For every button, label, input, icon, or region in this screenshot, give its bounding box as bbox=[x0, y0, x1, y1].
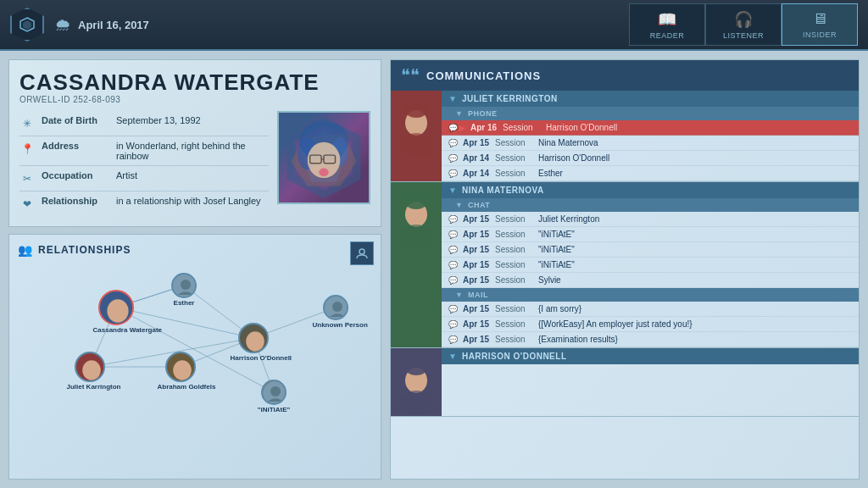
comm-name: {I am sorry} bbox=[538, 304, 581, 313]
reader-nav-icon: 📖 bbox=[658, 10, 676, 29]
rel-placeholder-unknown bbox=[325, 297, 348, 320]
profile-field-occupation: ✂ Occupation Artist bbox=[19, 166, 269, 191]
field-label: Date of Birth bbox=[42, 115, 109, 125]
top-bar: 🌧 April 16, 2017 📖 Reader 🎧 Listener 🖥 I… bbox=[0, 0, 868, 51]
communications-header: ❝❝ COMMUNICATIONS bbox=[391, 60, 859, 91]
nav-btn-listener[interactable]: 🎧 Listener bbox=[705, 3, 782, 46]
svg-point-31 bbox=[82, 360, 101, 380]
comm-date: Apr 16 bbox=[470, 123, 498, 132]
comm-row-icons: 💬 bbox=[448, 261, 458, 269]
rel-avatar-juliet bbox=[75, 352, 105, 382]
comm-row-icons: 💬 bbox=[448, 276, 458, 285]
comm-name: {[WorkEasy] An employer just rated you!} bbox=[538, 319, 693, 329]
logo bbox=[10, 8, 44, 42]
sub-section-chat-nina[interactable]: ▼ CHAT bbox=[442, 198, 859, 212]
comm-body[interactable]: ▼ JULIET KERRINGTON ▼ PHONE 💬 ▶ Apr 16 S… bbox=[391, 91, 859, 479]
comm-row[interactable]: 💬 Apr 15 Session {Examination results} bbox=[442, 332, 859, 347]
insider-nav-icon: 🖥 bbox=[812, 10, 827, 28]
comm-title: COMMUNICATIONS bbox=[426, 69, 541, 82]
comm-row[interactable]: 💬 Apr 15 Session {I am sorry} bbox=[442, 302, 859, 317]
comm-session: Session bbox=[495, 214, 533, 224]
comm-name: {Examination results} bbox=[538, 335, 618, 344]
person-name-juliet: JULIET KERRINGTON bbox=[462, 94, 558, 103]
person-name-nina: NINA MATERNOVA bbox=[462, 186, 544, 195]
profile-avatar bbox=[277, 111, 370, 204]
rel-avatar-abraham bbox=[165, 352, 196, 382]
comm-date: Apr 15 bbox=[463, 214, 490, 224]
person-arrow-harrison: ▼ bbox=[448, 352, 457, 361]
rel-node-cassandra[interactable]: Cassandra Watergate bbox=[98, 290, 134, 325]
comm-row-icons: 💬 bbox=[448, 215, 458, 224]
field-value: September 13, 1992 bbox=[116, 115, 201, 125]
nav-btn-reader[interactable]: 📖 Reader bbox=[629, 3, 705, 46]
comm-date: Apr 14 bbox=[463, 153, 490, 163]
comm-row-icons: 💬 bbox=[448, 169, 458, 178]
comm-icon-bubble: 💬 bbox=[448, 246, 458, 254]
profile-field-relationship: ❤ Relationship in a relationship with Jo… bbox=[19, 191, 269, 216]
rel-avatar-cassandra bbox=[98, 290, 134, 325]
comm-date: Apr 14 bbox=[463, 169, 490, 178]
sub-section-phone-juliet[interactable]: ▼ PHONE bbox=[442, 107, 859, 120]
nav-btn-insider[interactable]: 🖥 Insider bbox=[782, 3, 858, 46]
rel-node-harrison[interactable]: Harrison O'Donnell bbox=[238, 323, 269, 353]
comm-row[interactable]: 💬 Apr 15 Session Juliet Kerrington bbox=[442, 212, 859, 227]
comm-row[interactable]: 💬 Apr 15 Session "iNiTiAtE" bbox=[442, 258, 859, 273]
person-header-juliet[interactable]: ▼ JULIET KERRINGTON bbox=[442, 91, 859, 107]
comm-icon-bubble: 💬 bbox=[448, 169, 458, 178]
sub-section-mail-nina[interactable]: ▼ MAIL bbox=[442, 288, 859, 302]
rel-name-harrison: Harrison O'Donnell bbox=[231, 355, 277, 363]
comm-name: "iNiTiAtE" bbox=[538, 260, 575, 269]
person-avatar-juliet bbox=[391, 91, 442, 181]
rel-name-abraham: Abraham Goldfels bbox=[158, 384, 204, 391]
rel-name-esther: Esther bbox=[174, 300, 195, 308]
reader-nav-label: Reader bbox=[650, 31, 685, 40]
comm-row-icons: 💬 bbox=[448, 336, 458, 344]
comm-name: Harrison O'Donnell bbox=[546, 123, 617, 132]
person-section-harrison: ▼ HARRISON O'DONNELL bbox=[391, 348, 859, 417]
comm-name: Juliet Kerrington bbox=[538, 214, 599, 224]
svg-point-33 bbox=[173, 360, 192, 380]
comm-icon: ❝❝ bbox=[401, 67, 420, 84]
comm-row[interactable]: 💬 Apr 15 Session Nina Maternova bbox=[442, 136, 859, 151]
comm-row[interactable]: 💬 Apr 15 Session "iNiTiAtE" bbox=[442, 242, 859, 258]
comm-icon-bubble: 💬 bbox=[448, 261, 458, 269]
comm-icon-bubble: 💬 bbox=[448, 276, 458, 285]
comm-session: Session bbox=[495, 319, 533, 329]
add-person-button[interactable] bbox=[350, 241, 374, 265]
comm-row[interactable]: 💬 Apr 15 Session Sylvie bbox=[442, 273, 859, 288]
comm-row[interactable]: 💬 Apr 14 Session Esther bbox=[442, 166, 859, 181]
person-header-nina[interactable]: ▼ NINA MATERNOVA bbox=[442, 182, 859, 198]
person-name-harrison: HARRISON O'DONNELL bbox=[462, 352, 567, 361]
relationship-graph: Cassandra WatergateEstherJuliet Karringt… bbox=[18, 263, 372, 403]
comm-row[interactable]: 💬 ▶ Apr 16 Session Harrison O'Donnell bbox=[442, 120, 859, 136]
comm-session: Session bbox=[495, 304, 533, 313]
rel-node-abraham[interactable]: Abraham Goldfels bbox=[165, 352, 196, 382]
rel-node-unknown[interactable]: Unknown Person bbox=[323, 295, 348, 320]
rel-avatar-esther bbox=[171, 273, 197, 298]
rel-node-esther[interactable]: Esther bbox=[171, 273, 197, 298]
svg-point-35 bbox=[246, 331, 264, 351]
comm-row[interactable]: 💬 Apr 14 Session Harrison O'Donnell bbox=[442, 151, 859, 166]
field-icon: ✂ bbox=[19, 171, 35, 186]
comm-row[interactable]: 💬 Apr 15 Session "iNiTiAtE" bbox=[442, 227, 859, 242]
rel-node-initiate[interactable]: "iNiTiAtE" bbox=[261, 380, 287, 405]
person-section-nina: ▼ NINA MATERNOVA ▼ CHAT 💬 Apr 15 Session… bbox=[391, 182, 859, 348]
comm-icon-bubble: 💬 bbox=[448, 230, 458, 239]
comm-row[interactable]: 💬 Apr 15 Session {[WorkEasy] An employer… bbox=[442, 317, 859, 332]
rel-node-juliet[interactable]: Juliet Karrington bbox=[75, 352, 105, 382]
comm-name: Nina Maternova bbox=[538, 138, 598, 147]
person-arrow-juliet: ▼ bbox=[448, 94, 457, 103]
person-content-harrison: ▼ HARRISON O'DONNELL bbox=[442, 348, 859, 416]
svg-marker-1 bbox=[23, 20, 31, 30]
person-header-harrison[interactable]: ▼ HARRISON O'DONNELL bbox=[442, 348, 859, 364]
play-btn: ▶ bbox=[459, 124, 465, 132]
svg-point-29 bbox=[181, 280, 191, 290]
comm-session: Session bbox=[495, 230, 533, 239]
profile-fields: ✳ Date of Birth September 13, 1992 📍 Add… bbox=[19, 111, 269, 216]
rel-avatar-unknown bbox=[323, 295, 348, 320]
comm-session: Session bbox=[495, 153, 533, 163]
main-content: CASSANDRA WATERGATE ORWELL-ID 252-68-093… bbox=[0, 51, 868, 488]
relationships-icon: 👥 bbox=[18, 243, 33, 257]
relationships-title: 👥 RELATIONSHIPS bbox=[18, 243, 372, 257]
date-display: April 16, 2017 bbox=[78, 19, 149, 31]
